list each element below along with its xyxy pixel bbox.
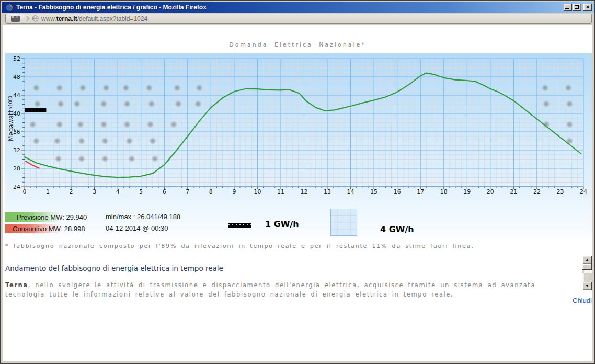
x-tick-label: 13 [321,188,334,195]
close-button[interactable]: × [583,4,592,11]
page-icon [11,16,20,22]
x-tick-label: 4 [111,188,124,195]
page-content: Domanda Elettrica Nazionale* Megawatt x1… [3,25,592,361]
article-body: Terna, nello svolgere le attività di tra… [5,280,573,301]
x-tick-label: 10 [251,188,264,195]
article-body-bold: Terna [5,281,28,289]
maximize-button[interactable] [573,4,581,11]
url-domain: terna.it [56,15,77,22]
minimize-icon [565,8,569,9]
firefox-icon [5,4,13,12]
y-tick-label: 32 [7,147,20,154]
x-tick-label: 2 [65,188,77,195]
scroll-thumb[interactable] [582,264,592,270]
x-tick-label: 9 [228,188,241,195]
article-heading: Andamento del fabbisogno di energia elet… [5,264,223,272]
site-identity-button[interactable] [6,14,24,23]
x-tick-label: 3 [88,188,101,195]
browser-window: Terna - Fabbisogno di energia elettrica … [0,0,595,364]
scroll-up-button[interactable]: ▲ [582,256,592,264]
minmax-value: min/max : 26.041/49.188 [106,213,180,221]
x-tick-label: 16 [391,188,404,195]
x-tick-label: 7 [181,188,194,195]
x-tick-label: 24 [577,188,590,195]
y-tick-label: 52 [7,55,20,62]
url-bar[interactable]: www.terna.it/default.aspx?tabid=1024 [5,14,592,24]
close-link[interactable]: Chiudi [573,297,592,304]
demand-chart [5,53,592,210]
gw1-label: 1 GW/h [265,219,299,229]
x-tick-label: 1 [42,188,54,195]
x-tick-label: 19 [461,188,473,195]
x-tick-label: 0 [18,188,31,195]
chevron-right-icon [25,16,30,21]
x-tick-label: 17 [414,188,427,195]
text-scrollbar[interactable]: ▲ ▼ [582,256,592,290]
x-tick-label: 14 [345,188,357,195]
consuntivo-legend: Consuntivo MW: 28.998 [13,225,85,233]
browser-toolbar: www.terna.it/default.aspx?tabid=1024 [3,13,593,24]
y-tick-label: 48 [7,74,20,81]
y-tick-label: 40 [7,110,20,117]
minimize-button[interactable] [564,4,572,11]
gw4-label: 4 GW/h [380,224,414,234]
window-title: Terna - Fabbisogno di energia elettrica … [16,4,564,11]
x-tick-label: 5 [135,188,147,195]
close-icon: × [583,4,592,10]
scroll-down-button[interactable]: ▼ [582,282,592,290]
x-tick-label: 22 [531,188,543,195]
x-tick-label: 20 [484,188,497,195]
gw4-sample-square [330,209,357,236]
window-titlebar: Terna - Fabbisogno di energia elettrica … [2,2,594,13]
url-prefix: www. [41,15,56,22]
url-path: /default.aspx?tabid=1024 [77,15,147,22]
chart-title: Domanda Elettrica Nazionale* [3,41,592,48]
globe-icon [32,15,39,22]
previsione-legend: Previsione MW: 29.940 [17,213,87,221]
x-tick-label: 18 [438,188,450,195]
x-tick-label: 12 [298,188,311,195]
chart-panel: Megawatt x1000 2428323640444852 01234567… [5,53,592,242]
y-tick-label: 36 [7,129,20,135]
one-gwh-bar [25,108,46,112]
x-tick-label: 23 [554,188,566,195]
x-tick-label: 21 [507,188,520,195]
y-tick-label: 28 [7,165,20,172]
gw1-sample-bar [228,223,251,228]
url-text: www.terna.it/default.aspx?tabid=1024 [41,15,147,22]
x-tick-label: 8 [204,188,217,195]
maximize-icon [575,5,579,9]
timestamp: 04-12-2014 @ 00:30 [106,224,168,232]
x-tick-label: 6 [158,188,170,195]
x-tick-label: 15 [368,188,380,195]
article-body-text: , nello svolgere le attività di trasmiss… [5,281,535,298]
chart-footnote: * fabbisogno nazionale composto per l'89… [5,243,474,249]
x-tick-label: 11 [274,188,287,195]
y-tick-label: 44 [7,92,20,99]
